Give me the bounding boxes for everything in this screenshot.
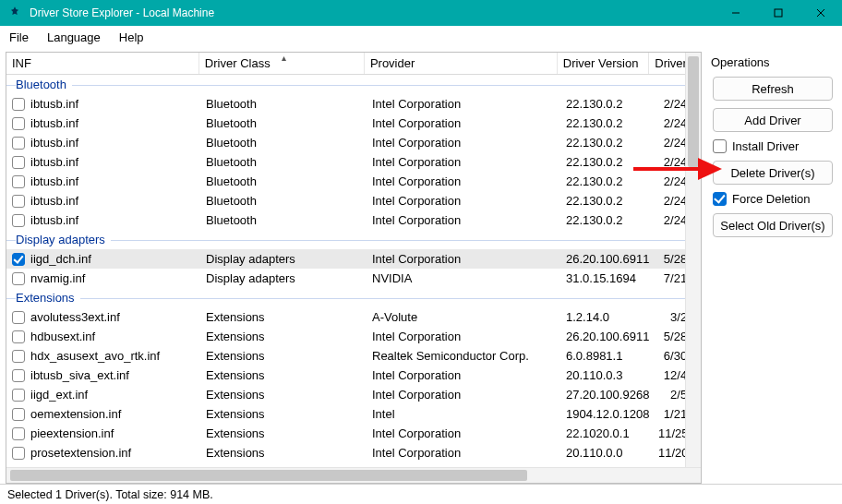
vertical-scrollbar[interactable]	[685, 53, 701, 467]
cell-provider: Intel Corporation	[367, 155, 560, 169]
cell-provider: A-Volute	[367, 310, 560, 324]
cell-inf: pieextension.inf	[30, 426, 114, 440]
menu-help[interactable]: Help	[119, 30, 144, 44]
cell-provider: Intel Corporation	[367, 252, 560, 266]
menubar: File Language Help	[0, 26, 842, 48]
cell-driver-class: Extensions	[200, 407, 367, 421]
select-old-drivers-button[interactable]: Select Old Driver(s)	[713, 213, 833, 237]
driver-row[interactable]: oemextension.infExtensionsIntel1904.12.0…	[6, 404, 701, 424]
force-deletion-checkbox[interactable]: Force Deletion	[713, 192, 836, 206]
cell-provider: Intel Corporation	[367, 194, 560, 208]
cell-driver-version: 22.130.0.2	[560, 155, 653, 169]
row-checkbox[interactable]	[12, 447, 25, 460]
row-checkbox[interactable]	[12, 98, 25, 111]
horizontal-scrollbar[interactable]	[6, 467, 701, 483]
install-driver-checkbox[interactable]: Install Driver	[713, 139, 836, 153]
cell-inf: ibtusb.inf	[30, 174, 78, 188]
driver-row[interactable]: ibtusb.infBluetoothIntel Corporation22.1…	[6, 94, 701, 114]
cell-driver-version: 27.20.100.9268	[560, 388, 653, 402]
cell-driver-version: 22.130.0.2	[560, 97, 653, 111]
cell-inf: ibtusb.inf	[30, 136, 78, 150]
column-driver-version[interactable]: Driver Version	[558, 53, 650, 74]
cell-inf: iigd_ext.inf	[30, 388, 88, 402]
cell-inf: avolutess3ext.inf	[30, 310, 120, 324]
row-checkbox[interactable]	[12, 253, 25, 266]
cell-driver-version: 20.110.0.3	[560, 368, 653, 382]
row-checkbox[interactable]	[12, 427, 25, 440]
cell-driver-class: Display adapters	[200, 252, 367, 266]
cell-provider: Realtek Semiconductor Corp.	[367, 349, 560, 363]
cell-driver-version: 1.2.14.0	[560, 310, 653, 324]
driver-row[interactable]: ibtusb.infBluetoothIntel Corporation22.1…	[6, 114, 701, 133]
row-checkbox[interactable]	[12, 350, 25, 363]
group-label: Display adapters	[16, 233, 111, 246]
row-checkbox[interactable]	[12, 311, 25, 324]
driver-row[interactable]: ibtusb.infBluetoothIntel Corporation22.1…	[6, 210, 701, 230]
row-checkbox[interactable]	[12, 389, 25, 402]
driver-row[interactable]: nvamig.infDisplay adaptersNVIDIA31.0.15.…	[6, 269, 701, 288]
add-driver-button[interactable]: Add Driver	[713, 108, 833, 132]
cell-inf: iigd_dch.inf	[30, 252, 91, 266]
group-label: Extensions	[16, 291, 80, 305]
force-deletion-label: Force Deletion	[732, 192, 811, 206]
column-inf[interactable]: INF	[6, 53, 199, 74]
driver-list-body[interactable]: Bluetoothibtusb.infBluetoothIntel Corpor…	[6, 75, 701, 483]
cell-driver-class: Bluetooth	[200, 155, 367, 169]
driver-row[interactable]: avolutess3ext.infExtensionsA-Volute1.2.1…	[6, 307, 701, 327]
column-headers: INF Driver Class Provider Driver Version…	[6, 53, 701, 75]
driver-row[interactable]: ibtusb.infBluetoothIntel Corporation22.1…	[6, 152, 701, 172]
maximize-button[interactable]	[757, 0, 800, 26]
driver-row[interactable]: ibtusb.infBluetoothIntel Corporation22.1…	[6, 191, 701, 210]
cell-inf: ibtusb_siva_ext.inf	[30, 368, 129, 382]
row-checkbox[interactable]	[12, 156, 25, 169]
driver-row[interactable]: pieextension.infExtensionsIntel Corporat…	[6, 424, 701, 443]
cell-provider: Intel Corporation	[367, 368, 560, 382]
minimize-button[interactable]	[715, 0, 757, 26]
cell-driver-version: 31.0.15.1694	[560, 271, 653, 285]
cell-inf: hdx_asusext_avo_rtk.inf	[30, 349, 160, 363]
delete-drivers-button[interactable]: Delete Driver(s)	[713, 161, 833, 185]
driver-row[interactable]: ibtusb_siva_ext.infExtensionsIntel Corpo…	[6, 366, 701, 385]
row-checkbox[interactable]	[12, 369, 25, 382]
driver-row[interactable]: prosetextension.infExtensionsIntel Corpo…	[6, 443, 701, 462]
group-header[interactable]: Extensions	[6, 288, 701, 307]
cell-inf: ibtusb.inf	[30, 155, 78, 169]
row-checkbox[interactable]	[12, 330, 25, 343]
row-checkbox[interactable]	[12, 272, 25, 285]
driver-row[interactable]: ibtusb.infBluetoothIntel Corporation22.1…	[6, 133, 701, 152]
close-button[interactable]	[800, 0, 842, 26]
cell-inf: ibtusb.inf	[30, 194, 78, 208]
cell-driver-class: Extensions	[200, 349, 367, 363]
driver-row[interactable]: iigd_ext.infExtensionsIntel Corporation2…	[6, 385, 701, 404]
cell-driver-version: 26.20.100.6911	[560, 330, 653, 343]
titlebar: Driver Store Explorer - Local Machine	[0, 0, 842, 26]
cell-driver-version: 1904.12.0.1208	[560, 407, 653, 421]
cell-driver-class: Bluetooth	[200, 194, 367, 208]
row-checkbox[interactable]	[12, 214, 25, 227]
menu-file[interactable]: File	[9, 30, 29, 44]
cell-driver-class: Bluetooth	[200, 136, 367, 150]
refresh-button[interactable]: Refresh	[713, 77, 833, 101]
row-checkbox[interactable]	[12, 137, 25, 150]
row-checkbox[interactable]	[12, 117, 25, 130]
cell-driver-version: 26.20.100.6911	[560, 252, 653, 266]
cell-provider: Intel Corporation	[367, 388, 560, 402]
driver-row[interactable]: hdbusext.infExtensionsIntel Corporation2…	[6, 327, 701, 346]
cell-driver-version: 22.130.0.2	[560, 213, 653, 227]
cell-provider: Intel Corporation	[367, 174, 560, 188]
column-provider[interactable]: Provider	[365, 53, 558, 74]
cell-driver-class: Extensions	[200, 310, 367, 324]
cell-driver-version: 22.1020.0.1	[560, 426, 653, 440]
row-checkbox[interactable]	[12, 175, 25, 188]
menu-language[interactable]: Language	[47, 30, 101, 44]
group-header[interactable]: Bluetooth	[6, 75, 701, 94]
cell-driver-version: 22.130.0.2	[560, 136, 653, 150]
row-checkbox[interactable]	[12, 195, 25, 208]
driver-list-panel: INF Driver Class Provider Driver Version…	[6, 52, 702, 484]
driver-row[interactable]: hdx_asusext_avo_rtk.infExtensionsRealtek…	[6, 346, 701, 366]
cell-driver-version: 22.130.0.2	[560, 174, 653, 188]
row-checkbox[interactable]	[12, 408, 25, 421]
driver-row[interactable]: ibtusb.infBluetoothIntel Corporation22.1…	[6, 172, 701, 191]
driver-row[interactable]: iigd_dch.infDisplay adaptersIntel Corpor…	[6, 249, 701, 269]
group-header[interactable]: Display adapters	[6, 230, 701, 249]
